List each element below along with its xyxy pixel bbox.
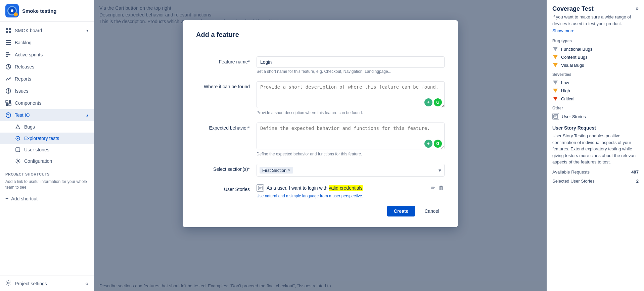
expected-add-icon-btn[interactable]: + <box>424 140 432 148</box>
where-found-row: Where it can be found + G Provide a shor… <box>196 81 445 115</box>
first-section-tag-remove[interactable]: × <box>288 167 290 173</box>
svg-rect-17 <box>9 103 11 106</box>
bug-types-section: Bug types Functional Bugs Content Bugs V… <box>552 39 639 68</box>
critical-severity-icon <box>552 96 558 102</box>
sidebar-item-releases-label: Releases <box>15 64 88 69</box>
user-story-icon <box>257 184 264 192</box>
feature-name-row: Feature name* Set a short name for this … <box>196 56 445 74</box>
create-button[interactable]: Create <box>387 206 415 216</box>
where-found-field: + G Provide a short description where th… <box>257 81 445 115</box>
select-sections-input[interactable]: First Section × <box>257 164 445 177</box>
functional-bug-icon <box>552 46 558 52</box>
sidebar-item-testio[interactable]: T Test IO ▴ <box>0 109 94 121</box>
svg-rect-4 <box>6 40 11 41</box>
delete-user-story-button[interactable]: 🗑 <box>438 184 445 192</box>
sidebar-item-reports[interactable]: Reports <box>0 73 94 85</box>
expected-behavior-wrapper: + G <box>257 123 445 150</box>
where-found-textarea[interactable] <box>257 81 445 108</box>
configuration-icon <box>15 158 21 164</box>
testio-icon: T <box>5 112 11 118</box>
sidebar-sub-item-bugs[interactable]: Bugs <box>0 121 94 133</box>
sidebar-sub-item-user-stories[interactable]: User stories <box>0 144 94 155</box>
feature-name-hint: Set a short name for this feature, e.g. … <box>257 69 445 74</box>
svg-rect-30 <box>554 114 558 118</box>
expected-behavior-icons: + G <box>424 140 442 148</box>
shortcuts-section-label: PROJECT SHORTCUTS <box>0 167 94 178</box>
severity-critical: Critical <box>552 96 639 102</box>
user-story-request-desc: User Story Testing enables positive conf… <box>552 133 639 165</box>
available-requests-value: 497 <box>631 169 639 175</box>
backlog-icon <box>5 40 11 46</box>
expected-behavior-textarea[interactable] <box>257 123 445 149</box>
modal-divider <box>196 48 445 48</box>
severity-high: High <box>552 88 639 94</box>
show-more-link[interactable]: Show more <box>552 28 639 33</box>
modal-overlay: Add a feature Feature name* Set a short … <box>94 0 547 291</box>
svg-rect-16 <box>6 103 8 106</box>
other-section: Other User Stories <box>552 106 639 120</box>
sidebar-item-smok-board[interactable]: SMOK board ▾ <box>0 25 94 37</box>
content-bug-label: Content Bugs <box>561 55 588 60</box>
cancel-button[interactable]: Cancel <box>419 206 445 216</box>
sidebar-testio-subnav: Bugs Exploratory tests User stories <box>0 121 94 167</box>
svg-rect-9 <box>6 56 8 57</box>
sidebar-sub-item-user-stories-label: User stories <box>24 147 49 152</box>
where-found-label: Where it can be found <box>196 81 257 89</box>
severity-critical-label: Critical <box>561 96 574 101</box>
sidebar-footer: Project settings « <box>0 276 94 291</box>
right-panel: Coverage Test » If you want to make sure… <box>547 0 644 291</box>
low-severity-icon <box>552 80 558 86</box>
sidebar-item-testio-label: Test IO <box>15 112 86 118</box>
sidebar-sub-item-exploratory-label: Exploratory tests <box>24 136 59 141</box>
grammarly-icon-btn[interactable]: G <box>434 98 442 106</box>
high-severity-icon <box>552 88 558 94</box>
app-logo <box>5 4 19 17</box>
sidebar-item-active-sprints-label: Active sprints <box>15 52 88 57</box>
select-sections-label: Select section(s)* <box>196 164 257 172</box>
sidebar-header: Smoke testing <box>0 0 94 22</box>
sidebar-item-components[interactable]: Components <box>0 97 94 109</box>
expand-panel-icon[interactable]: » <box>636 5 639 11</box>
bug-types-label: Bug types <box>552 39 639 43</box>
expected-behavior-field: + G Define the expected behavior and fun… <box>257 123 445 156</box>
sidebar-item-active-sprints[interactable]: Active sprints <box>0 49 94 61</box>
sidebar-item-releases[interactable]: Releases <box>0 61 94 73</box>
sidebar-item-components-label: Components <box>15 100 88 106</box>
expected-grammarly-icon-btn[interactable]: G <box>434 140 442 148</box>
chevron-left-icon: « <box>85 281 88 287</box>
sidebar-sub-item-exploratory-tests[interactable]: Exploratory tests <box>0 133 94 144</box>
board-icon <box>5 28 11 34</box>
user-stories-field: As a user, I want to login with valid cr… <box>257 184 445 198</box>
feature-name-input[interactable] <box>257 56 445 68</box>
sidebar-item-reports-label: Reports <box>15 76 88 82</box>
other-user-stories-label: User Stories <box>562 114 586 119</box>
releases-icon <box>5 64 11 70</box>
shortcuts-desc: Add a link to useful information for you… <box>0 178 94 193</box>
add-icon-btn[interactable]: + <box>424 98 432 106</box>
severity-low: Low <box>552 80 639 86</box>
svg-point-13 <box>8 92 9 93</box>
sidebar-item-issues[interactable]: Issues <box>0 85 94 97</box>
bug-type-visual: Visual Bugs <box>552 62 639 68</box>
edit-user-story-button[interactable]: ✏ <box>430 184 436 192</box>
chevron-down-icon: ▾ <box>86 28 88 33</box>
project-settings-button[interactable]: Project settings « <box>0 276 94 291</box>
sidebar-item-backlog[interactable]: Backlog <box>0 37 94 49</box>
where-found-wrapper: + G <box>257 81 445 109</box>
where-found-hint: Provide a short description where this f… <box>257 110 445 115</box>
selected-user-stories-value: 2 <box>636 179 639 184</box>
severities-section: Severities Low High Critical <box>552 72 639 102</box>
sidebar-sub-item-bugs-label: Bugs <box>24 124 35 130</box>
sidebar-sub-item-configuration[interactable]: Configuration <box>0 155 94 167</box>
svg-rect-2 <box>6 31 8 33</box>
user-stories-icon <box>15 147 21 153</box>
add-shortcut-label: Add shortcut <box>11 196 38 201</box>
sidebar-nav: SMOK board ▾ Backlog Active sprints Rele… <box>0 22 94 276</box>
add-shortcut-button[interactable]: + Add shortcut <box>0 193 94 204</box>
content-bug-icon <box>552 54 558 60</box>
svg-rect-3 <box>9 31 11 33</box>
available-requests-row: Available Requests 497 <box>552 169 639 175</box>
visual-bug-label: Visual Bugs <box>561 63 584 68</box>
svg-rect-22 <box>16 148 20 152</box>
expected-behavior-row: Expected behavior* + G Define the expect… <box>196 123 445 156</box>
